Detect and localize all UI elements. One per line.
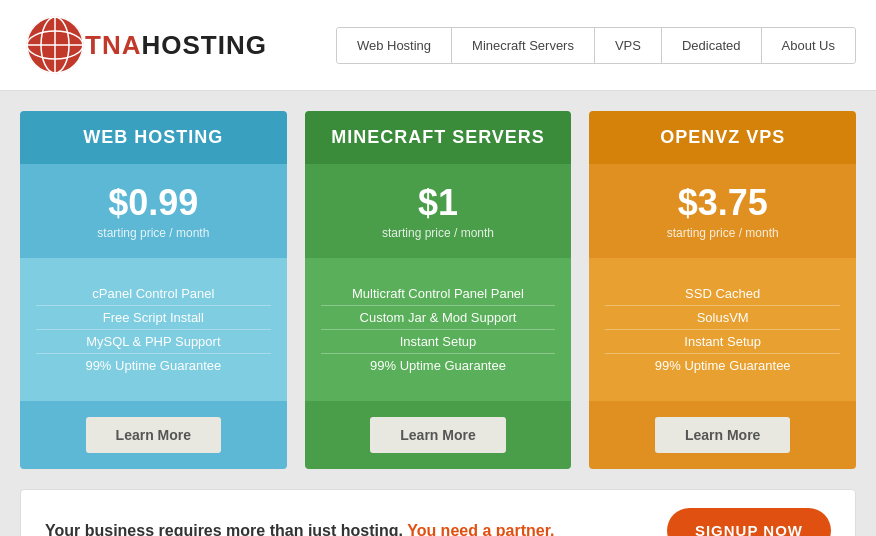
signup-button[interactable]: SIGNUP NOW: [667, 508, 831, 536]
card-vps-title: OpenVZ VPS: [605, 127, 840, 148]
pricing-cards: WEB HOSTING $0.99 starting price / month…: [20, 111, 856, 469]
nav-web-hosting[interactable]: Web Hosting: [337, 28, 452, 63]
feature-item: SSD Cached: [605, 282, 840, 306]
learn-more-vps[interactable]: Learn More: [655, 417, 790, 453]
nav-vps[interactable]: VPS: [595, 28, 662, 63]
banner-text-normal: Your business requires more than just ho…: [45, 522, 403, 537]
feature-item: SolusVM: [605, 306, 840, 330]
card-minecraft-price-area: $1 starting price / month: [305, 164, 572, 258]
feature-item: Free Script Install: [36, 306, 271, 330]
banner-text-highlight: You need a partner.: [403, 522, 554, 537]
learn-more-minecraft[interactable]: Learn More: [370, 417, 505, 453]
card-web-hosting-features: cPanel Control Panel Free Script Install…: [20, 258, 287, 401]
card-vps-features: SSD Cached SolusVM Instant Setup 99% Upt…: [589, 258, 856, 401]
feature-item: cPanel Control Panel: [36, 282, 271, 306]
logo-tna: TNA: [85, 30, 141, 60]
bottom-banner: Your business requires more than just ho…: [20, 489, 856, 536]
banner-text: Your business requires more than just ho…: [45, 522, 554, 537]
card-minecraft-price: $1: [323, 182, 554, 224]
feature-item: MySQL & PHP Support: [36, 330, 271, 354]
feature-item: Custom Jar & Mod Support: [321, 306, 556, 330]
card-minecraft-header: MINECRAFT SERVERS: [305, 111, 572, 164]
nav-about-us[interactable]: About Us: [762, 28, 855, 63]
card-web-hosting-title: WEB HOSTING: [36, 127, 271, 148]
card-web-hosting-price: $0.99: [38, 182, 269, 224]
card-web-hosting-header: WEB HOSTING: [20, 111, 287, 164]
learn-more-web-hosting[interactable]: Learn More: [86, 417, 221, 453]
card-web-hosting: WEB HOSTING $0.99 starting price / month…: [20, 111, 287, 469]
header: TNAHOSTING Web Hosting Minecraft Servers…: [0, 0, 876, 91]
main-nav: Web Hosting Minecraft Servers VPS Dedica…: [336, 27, 856, 64]
card-minecraft-features: Multicraft Control Panel Panel Custom Ja…: [305, 258, 572, 401]
nav-dedicated[interactable]: Dedicated: [662, 28, 762, 63]
card-vps-footer: Learn More: [589, 401, 856, 469]
card-web-hosting-price-sub: starting price / month: [38, 226, 269, 240]
logo: TNAHOSTING: [20, 10, 267, 80]
card-vps-price-area: $3.75 starting price / month: [589, 164, 856, 258]
card-minecraft-title: MINECRAFT SERVERS: [321, 127, 556, 148]
feature-item: 99% Uptime Guarantee: [321, 354, 556, 377]
main-content: WEB HOSTING $0.99 starting price / month…: [0, 91, 876, 536]
feature-item: 99% Uptime Guarantee: [36, 354, 271, 377]
card-web-hosting-footer: Learn More: [20, 401, 287, 469]
card-vps: OpenVZ VPS $3.75 starting price / month …: [589, 111, 856, 469]
logo-hosting: HOSTING: [141, 30, 266, 60]
logo-icon: [20, 10, 90, 80]
card-vps-price-sub: starting price / month: [607, 226, 838, 240]
card-minecraft-footer: Learn More: [305, 401, 572, 469]
nav-minecraft-servers[interactable]: Minecraft Servers: [452, 28, 595, 63]
feature-item: Instant Setup: [321, 330, 556, 354]
feature-item: Instant Setup: [605, 330, 840, 354]
card-web-hosting-price-area: $0.99 starting price / month: [20, 164, 287, 258]
feature-item: Multicraft Control Panel Panel: [321, 282, 556, 306]
card-vps-header: OpenVZ VPS: [589, 111, 856, 164]
feature-item: 99% Uptime Guarantee: [605, 354, 840, 377]
card-vps-price: $3.75: [607, 182, 838, 224]
card-minecraft: MINECRAFT SERVERS $1 starting price / mo…: [305, 111, 572, 469]
card-minecraft-price-sub: starting price / month: [323, 226, 554, 240]
